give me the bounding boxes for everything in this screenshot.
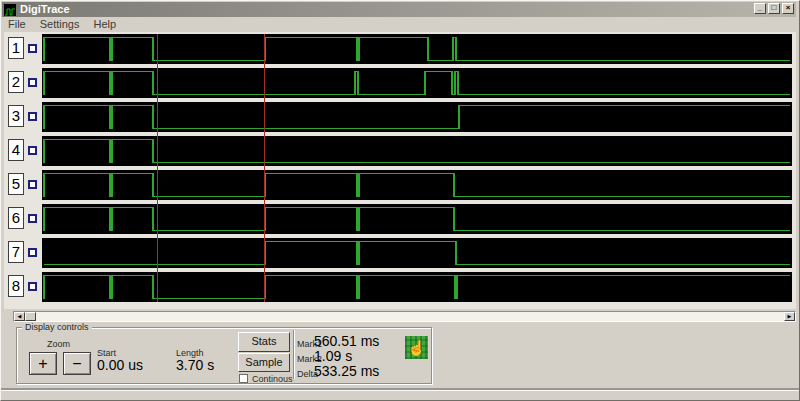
titlebar-buttons: _ □ × <box>754 3 794 14</box>
titlebar[interactable]: DigiTrace _ □ × <box>2 2 796 17</box>
waveform-panel: 12345678 <box>4 32 796 309</box>
channel-scope-4[interactable] <box>42 136 792 166</box>
delta-value: 533.25 ms <box>314 364 379 379</box>
channel-indicator-1[interactable] <box>28 44 37 53</box>
channel-label-2: 2 <box>8 71 24 93</box>
trace-line-1 <box>44 38 790 61</box>
channel-label-1: 1 <box>8 37 24 59</box>
channel-row-8: 8 <box>4 272 796 302</box>
channel-label-4: 4 <box>8 139 24 161</box>
channel-scope-8[interactable] <box>42 272 792 302</box>
stats-button[interactable]: Stats <box>238 332 290 352</box>
zoom-label: Zoom <box>47 339 70 349</box>
channel-label-6: 6 <box>8 207 24 229</box>
channel-indicator-8[interactable] <box>28 282 37 291</box>
continous-checkbox[interactable] <box>239 374 248 383</box>
scroll-right-icon[interactable]: ▶ <box>784 312 795 321</box>
trace-line-7 <box>44 242 790 265</box>
continous-label: Continous <box>252 374 293 384</box>
channel-row-6: 6 <box>4 204 796 234</box>
channel-row-7: 7 <box>4 238 796 268</box>
scroll-left-icon[interactable]: ◀ <box>14 312 25 321</box>
menu-file[interactable]: File <box>2 17 34 31</box>
channel-scope-6[interactable] <box>42 204 792 234</box>
trace-line-8 <box>44 276 790 299</box>
trace-line-4 <box>44 140 790 163</box>
length-value: 3.70 s <box>176 358 214 373</box>
bottom-divider <box>0 388 800 391</box>
channel-scope-3[interactable] <box>42 102 792 132</box>
channel-indicator-5[interactable] <box>28 180 37 189</box>
trace-line-5 <box>44 174 790 197</box>
channel-label-5: 5 <box>8 173 24 195</box>
display-controls-group: Display controls Zoom + − Start 0.00 us … <box>16 327 432 384</box>
mark2-value: 1.09 s <box>314 349 352 364</box>
channel-scope-7[interactable] <box>42 238 792 268</box>
zoom-in-button[interactable]: + <box>29 352 57 375</box>
channel-indicator-4[interactable] <box>28 146 37 155</box>
channel-indicator-7[interactable] <box>28 248 37 257</box>
channel-row-3: 3 <box>4 102 796 132</box>
menu-help[interactable]: Help <box>87 17 124 31</box>
horizontal-scrollbar[interactable]: ◀ ▶ <box>13 311 796 322</box>
start-value: 0.00 us <box>97 358 143 373</box>
trace-line-2 <box>44 72 790 95</box>
trace-line-6 <box>44 208 790 231</box>
close-icon[interactable]: × <box>782 3 794 14</box>
channel-row-5: 5 <box>4 170 796 200</box>
mark1-value: 560.51 ms <box>314 334 379 349</box>
maximize-icon[interactable]: □ <box>768 3 780 14</box>
scrollbar-thumb[interactable] <box>25 312 36 321</box>
channel-row-1: 1 <box>4 34 796 64</box>
minimize-icon[interactable]: _ <box>754 3 766 14</box>
channel-scope-5[interactable] <box>42 170 792 200</box>
zoom-out-button[interactable]: − <box>63 352 91 375</box>
channel-row-4: 4 <box>4 136 796 166</box>
group-title: Display controls <box>22 322 92 332</box>
window-title: DigiTrace <box>20 2 70 17</box>
channel-label-3: 3 <box>8 105 24 127</box>
channel-label-8: 8 <box>8 275 24 297</box>
thumbs-up-icon: ☝ <box>405 336 428 359</box>
channel-label-7: 7 <box>8 241 24 263</box>
channel-scope-2[interactable] <box>42 68 792 98</box>
channel-scope-1[interactable] <box>42 34 792 64</box>
channel-indicator-3[interactable] <box>28 112 37 121</box>
menu-settings[interactable]: Settings <box>34 17 88 31</box>
trace-line-3 <box>44 106 790 129</box>
channel-row-2: 2 <box>4 68 796 98</box>
channel-indicator-2[interactable] <box>28 78 37 87</box>
marker-line-mark1 <box>157 34 158 302</box>
sample-button[interactable]: Sample <box>238 353 290 372</box>
menubar: File Settings Help <box>2 17 796 31</box>
channel-indicator-6[interactable] <box>28 214 37 223</box>
divider <box>293 330 294 379</box>
marker-line-mark2 <box>264 34 265 302</box>
app-icon <box>4 4 16 16</box>
